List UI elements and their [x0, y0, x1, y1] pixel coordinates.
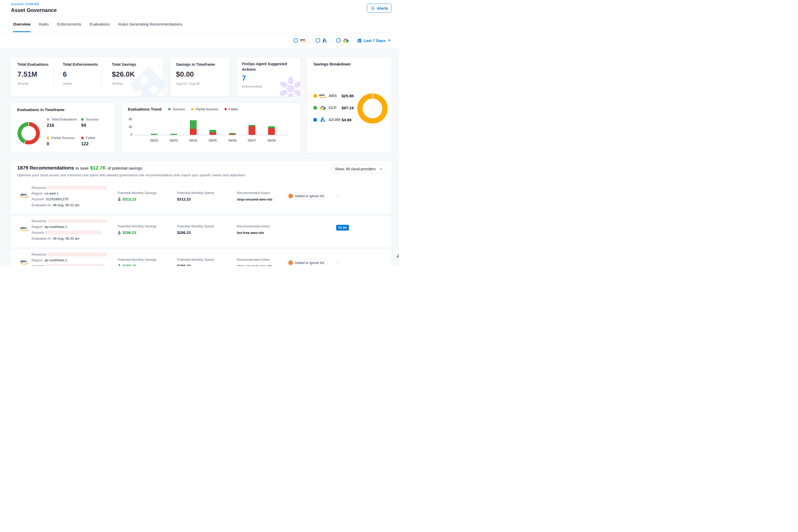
stat-caption: All-time	[112, 82, 136, 86]
provider-chip-azure[interactable]	[313, 36, 330, 45]
tab-rules-generating-recommendations[interactable]: Rules Generating Recommendations	[118, 16, 182, 32]
provider-chips: aws	[292, 36, 352, 45]
svg-text:aws: aws	[300, 38, 305, 41]
legend-label: Success	[86, 117, 99, 121]
legend-label: Success	[173, 108, 185, 111]
added-to-ignore-pill[interactable]: −Added to Ignore list	[287, 192, 328, 200]
column-label: Recommended Action	[237, 258, 272, 262]
asset-governance-page: Account: CCM-NG Asset Governance Alerts …	[0, 0, 399, 266]
detail-value: ap-southeast-1	[44, 258, 67, 262]
spend-value: $286.23	[177, 264, 214, 266]
recommendation-row[interactable]: awsResource:Region:ap-southeast-1Account…	[11, 216, 392, 247]
bar-failed-08/08	[268, 128, 275, 135]
legend-label-row: Total Evaluations	[47, 117, 81, 121]
detail-line: Resource:	[32, 185, 107, 190]
legend-value: 122	[81, 141, 112, 147]
x-label-08/02: 08/02	[145, 139, 163, 142]
legend-label-row: Failed	[81, 136, 112, 140]
provider-chip-aws[interactable]: aws	[292, 36, 309, 45]
filter-bar: aws Last 7 Days	[0, 32, 399, 49]
alerts-button[interactable]: Alerts	[367, 4, 392, 13]
finops-actions-card: FinOps Agent Suggested Actions 7 Enforce…	[236, 57, 300, 97]
trend-header: Evaluations Trend SuccessPartial Success…	[128, 107, 238, 111]
detail-line: Account:I	[32, 230, 107, 235]
recommended-action: Recommended Actionstop-unused-aws-rds	[237, 191, 272, 201]
alerts-label: Alerts	[377, 6, 388, 11]
spend-value: $312.23	[177, 197, 214, 201]
x-label-08/08: 08/08	[262, 139, 281, 142]
stat-label: Total Evaluations	[17, 62, 49, 66]
detail-label: Resource:	[32, 186, 47, 190]
stat-value: 7.51M	[17, 71, 49, 78]
detail-label: Account:	[32, 264, 45, 266]
detail-label: Region:	[32, 225, 43, 229]
account-breadcrumb[interactable]: Account: CCM-NG	[11, 2, 39, 6]
savings-breakdown-title: Savings Breakdown	[314, 62, 351, 66]
legend-dot	[225, 108, 227, 110]
minus-circle-icon: −	[288, 194, 293, 198]
savings-value: $312.23	[122, 197, 136, 201]
resource-details: Resource:Region:ap-southeast-1Account:IE…	[32, 218, 107, 241]
ignore-pill-label: Added to Ignore list	[295, 261, 324, 265]
edit-pencil-icon[interactable]	[396, 252, 399, 259]
evaluations-timeframe-legend: Total Evaluations216Success94Partial Suc…	[47, 117, 112, 147]
aws-logo-icon: aws	[300, 38, 307, 42]
todo-badge: TO DO	[336, 225, 349, 230]
summary-stats-card: Total Evaluations 7.51M All-time Total E…	[11, 57, 164, 97]
tab-rules[interactable]: Rules	[39, 16, 49, 32]
column-label: Potential Monthly Savings	[118, 224, 157, 228]
x-tick	[212, 135, 213, 137]
legend-swatch	[314, 106, 317, 110]
timeframe-legend-success: Success94	[81, 117, 112, 128]
date-range-picker[interactable]: Last 7 Days	[357, 38, 391, 43]
provider-chip-gcp[interactable]	[334, 36, 352, 45]
trend-legend-failed: Failed	[225, 108, 238, 111]
action-value: stop-unused-aws-rds	[237, 264, 272, 266]
recommendation-row[interactable]: awsResource:Region:us-east-1Account:5116…	[11, 183, 392, 214]
y-tick-80: 80	[123, 117, 132, 121]
stat-total-enforcements: Total Enforcements 6 Active	[63, 57, 98, 96]
breakdown-value: $97.19	[342, 106, 354, 110]
tab-overview[interactable]: Overview	[13, 16, 31, 32]
stat-label: FinOps Agent Suggested Actions	[242, 61, 294, 72]
redacted-value	[48, 219, 107, 223]
stat-total-evaluations: Total Evaluations 7.51M All-time	[17, 57, 49, 96]
gridline-0	[134, 135, 289, 135]
potential-monthly-savings: Potential Monthly Savings$$286.23	[118, 258, 157, 266]
provider-checkbox-gcp[interactable]	[337, 38, 341, 42]
action-value: stop-unused-aws-rds	[237, 197, 272, 201]
column-label: Potential Monthly Spend	[177, 258, 214, 262]
savings-value-row: $$286.23	[118, 230, 157, 235]
column-label: Potential Monthly Spend	[177, 224, 214, 228]
minus-circle-icon: −	[288, 261, 293, 265]
added-to-ignore-pill[interactable]: −Added to Ignore list	[287, 259, 328, 266]
provider-checkbox-azure[interactable]	[316, 38, 320, 42]
detail-line: Region:us-east-1	[32, 190, 107, 196]
tab-evaluations[interactable]: Evaluations	[90, 16, 110, 32]
recommended-action: Recommended Actionlist-free-aws-rds	[237, 224, 270, 235]
tab-enforcements[interactable]: Enforcements	[57, 16, 81, 32]
stat-label: Total Enforcements	[63, 62, 98, 66]
stat-value: 7	[242, 74, 294, 82]
legend-label: Partial Success	[195, 108, 218, 111]
resource-details: Resource:Region:us-east-1Account:5116168…	[32, 185, 107, 208]
x-label-08/07: 08/07	[243, 139, 261, 142]
potential-monthly-spend: Potential Monthly Spend$286.23	[177, 258, 214, 266]
detail-label: Resource:	[32, 219, 47, 223]
detail-label: Resource:	[32, 252, 47, 256]
tabs: OverviewRulesEnforcementsEvaluationsRule…	[0, 16, 399, 32]
bar-failed-08/05	[209, 132, 216, 135]
svg-text:$: $	[119, 266, 120, 266]
recommendation-row[interactable]: awsResource:Region:ap-southeast-1Account…	[11, 249, 392, 266]
column-label: Potential Monthly Savings	[118, 191, 157, 195]
legend-label: Failed	[86, 136, 95, 140]
provider-checkbox-aws[interactable]	[293, 38, 298, 42]
detail-label: Evaluated At:	[32, 236, 52, 241]
chevron-down-icon	[379, 167, 382, 170]
column-label: Recommended Action	[237, 191, 272, 195]
stat-caption: Aug 02 - Aug 09	[176, 82, 215, 86]
timeframe-legend-partial-success: Partial Success0	[47, 136, 81, 147]
azure-logo-icon	[322, 38, 327, 43]
cloud-provider-filter-dropdown[interactable]: Show: All cloud providers	[331, 165, 385, 173]
bell-icon	[370, 6, 375, 11]
